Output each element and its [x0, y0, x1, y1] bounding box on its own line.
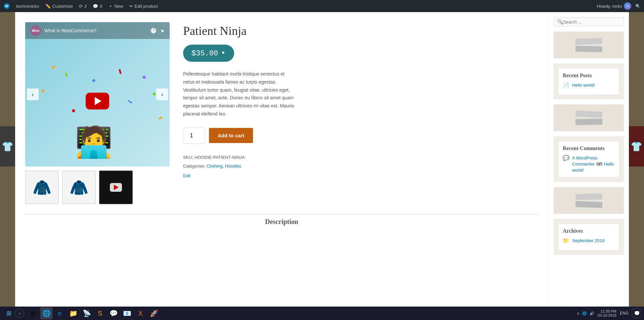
quantity-input[interactable] [183, 128, 205, 144]
deco-box-5 [575, 193, 602, 200]
archives-title: Archives [563, 228, 615, 234]
category-hoodies-link[interactable]: Hoodies [225, 164, 241, 169]
thumb-2[interactable]: 🧥 [62, 171, 96, 204]
recent-post-item: 📄 Hello world! [563, 82, 615, 88]
site-name-item[interactable]: technonickx [16, 4, 39, 9]
play-button[interactable] [86, 93, 109, 109]
search-toggle[interactable]: 🔍 [635, 4, 641, 9]
video-title: What is WooCommerce? [44, 28, 96, 33]
revisions-icon: ⟳ [79, 4, 83, 9]
admin-bar: W technonickx ✏️ Customize ⟳ 2 💬 0 ＋ New… [0, 0, 644, 12]
comments-item[interactable]: 💬 0 [93, 4, 102, 9]
taskbar: ⊞ ○ ⧉ 🌐 e 📁 📡 S 💬 📧 X 🚀 [0, 307, 644, 320]
taskbar-search-icon: ○ [18, 311, 21, 316]
network-icon[interactable]: 🌐 [582, 311, 587, 316]
clock[interactable]: 11:35 PM 03-10-2019 [598, 309, 616, 317]
next-product-thumb[interactable]: 👕 [629, 126, 644, 167]
add-to-cart-row: Add to cart [183, 128, 538, 144]
archives-section: Archives 📁 September 2019 [554, 219, 624, 255]
speaker-icon[interactable]: 🔊 [590, 311, 594, 316]
sublime-app[interactable]: S [94, 307, 106, 319]
avatar: N [624, 2, 631, 10]
deco-box-4 [575, 119, 602, 125]
thumb-play-triangle [114, 185, 119, 190]
left-hoodie-icon: 👕 [2, 141, 13, 152]
prev-product-thumb[interactable]: 👕 [0, 126, 15, 167]
deco-stack-lower [575, 194, 602, 208]
search-bar[interactable]: 🔍 [554, 17, 624, 27]
wp-logo-item[interactable]: W [3, 3, 10, 9]
recent-comments-inner: Recent Comments 💬 A WordPress Commenter … [559, 141, 619, 177]
sublime-icon: S [98, 310, 102, 317]
edit-product-label: Edit product [135, 4, 158, 9]
new-item[interactable]: ＋ New [109, 3, 123, 9]
start-button[interactable]: ⊞ [3, 307, 15, 319]
video-thumbnail[interactable]: Woo What is WooCommerce? 🕐 ➤ [25, 22, 170, 167]
play-triangle [95, 97, 101, 105]
explorer-app[interactable]: 📁 [67, 307, 79, 319]
archives-inner: Archives 📁 September 2019 [559, 224, 619, 250]
mail-app[interactable]: 📧 [121, 307, 133, 319]
sidebar-deco-top [554, 32, 624, 58]
edit-link[interactable]: Edit [183, 173, 538, 178]
revisions-item[interactable]: ⟳ 2 [79, 4, 87, 9]
carousel-prev-button[interactable]: ‹ [27, 89, 39, 100]
sku-row: SKU: HOODIE-PATIENT-NINJA [183, 153, 538, 162]
right-hoodie-icon: 👕 [631, 141, 642, 152]
main-image-container: Woo What is WooCommerce? 🕐 ➤ [25, 22, 170, 167]
deco-box-6 [575, 201, 602, 208]
howdy-item[interactable]: Howdy, nickx N [597, 2, 631, 10]
rocket-app[interactable]: 🚀 [148, 307, 160, 319]
thumb-hoodie-icon-2: 🧥 [70, 179, 88, 196]
admin-bar-right: Howdy, nickx N 🔍 [597, 2, 641, 10]
share-icon: ➤ [160, 28, 165, 34]
recent-posts-section: Recent Posts 📄 Hello world! [554, 63, 624, 99]
category-clothing-link[interactable]: Clothing [207, 164, 223, 169]
hello-world-link[interactable]: Hello world! [572, 83, 595, 88]
folder-icon: 📁 [69, 309, 78, 317]
taskview-icon: ⧉ [31, 310, 35, 317]
categories-row: Categories: Clothing, Hoodies [183, 162, 538, 171]
thumb-video [100, 171, 132, 203]
whatsapp-app[interactable]: 💬 [108, 307, 120, 319]
up-arrow-icon[interactable]: ∧ [577, 311, 579, 316]
video-header: Woo What is WooCommerce? 🕐 ➤ [25, 22, 170, 39]
search-input[interactable] [563, 19, 620, 25]
revisions-count: 2 [84, 4, 87, 9]
filezilla-app[interactable]: 📡 [81, 307, 93, 319]
xampp-app[interactable]: X [134, 307, 146, 319]
archive-september-link[interactable]: September 2019 [572, 238, 604, 243]
plus-icon: ＋ [109, 3, 113, 9]
taskbar-right: ∧ 🌐 🔊 11:35 PM 03-10-2019 ENG 💭 [577, 309, 641, 318]
price-badge: $35.00 [183, 45, 234, 62]
chat-button[interactable]: 💭 [632, 309, 641, 318]
chrome-app[interactable]: 🌐 [40, 307, 52, 319]
sidebar: 🔍 Recent Posts 📄 Hello world! [548, 12, 629, 307]
archive-icon: 📁 [563, 237, 569, 244]
deco-stack-mid [575, 111, 602, 125]
add-to-cart-button[interactable]: Add to cart [209, 128, 253, 143]
taskview-app[interactable]: ⧉ [27, 307, 39, 319]
windows-logo-icon: ⊞ [6, 310, 11, 317]
categories-label: Categories: [183, 164, 205, 169]
commenter-link[interactable]: A WordPress Commenter [572, 155, 598, 167]
site-name-label: technonickx [16, 4, 39, 9]
thumb-3[interactable] [99, 171, 133, 204]
pencil-icon: ✏️ [45, 4, 51, 9]
taskbar-search-button[interactable]: ○ [15, 309, 24, 318]
product-description: Pellentesque habitant morbi tristique se… [183, 70, 297, 118]
search-icon: 🔍 [557, 19, 563, 25]
search-icon: 🔍 [635, 4, 641, 9]
edit-product-item[interactable]: ✏ Edit product [129, 4, 158, 9]
customize-item[interactable]: ✏️ Customize [45, 4, 73, 9]
comments-count: 0 [100, 4, 102, 9]
thumb-play-btn [110, 183, 122, 192]
clock-icon: 🕐 [150, 28, 157, 34]
right-panel: 👕 [629, 12, 644, 307]
edge-app[interactable]: e [54, 307, 66, 319]
thumb-1[interactable]: 🧥 [25, 171, 59, 204]
rocket-icon: 🚀 [150, 309, 158, 317]
filezilla-icon: 📡 [83, 309, 91, 317]
carousel-next-button[interactable]: › [156, 89, 168, 100]
thumb-hoodie-icon-1: 🧥 [33, 179, 51, 196]
